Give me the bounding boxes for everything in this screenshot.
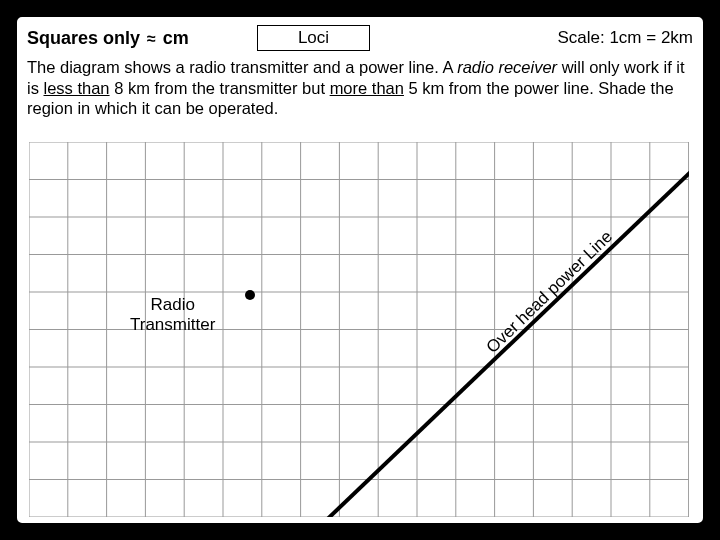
squares-label: Squares only ≈ cm — [27, 28, 189, 49]
t5: 8 km from the transmitter but — [110, 79, 330, 97]
transmitter-label: Radio Transmitter — [130, 295, 215, 334]
problem-text: The diagram shows a radio transmitter an… — [27, 57, 693, 119]
t1: The diagram shows a radio transmitter an… — [27, 58, 457, 76]
worksheet-frame: Squares only ≈ cm Loci Scale: 1cm = 2km … — [14, 14, 706, 526]
squares-suffix: cm — [163, 28, 189, 48]
tl2: Transmitter — [130, 315, 215, 334]
tl1: Radio — [150, 295, 194, 314]
grid-lines — [29, 142, 689, 517]
grid-diagram: Over head power Line — [29, 142, 689, 517]
header-row: Squares only ≈ cm Loci Scale: 1cm = 2km — [27, 25, 693, 51]
squares-prefix: Squares only — [27, 28, 140, 48]
transmitter-point — [245, 290, 255, 300]
t6: more than — [330, 79, 404, 97]
approx-symbol: ≈ — [147, 30, 156, 47]
scale-label: Scale: 1cm = 2km — [557, 28, 693, 48]
t2: radio receiver — [457, 58, 557, 76]
title-box: Loci — [257, 25, 370, 51]
t4: less than — [44, 79, 110, 97]
